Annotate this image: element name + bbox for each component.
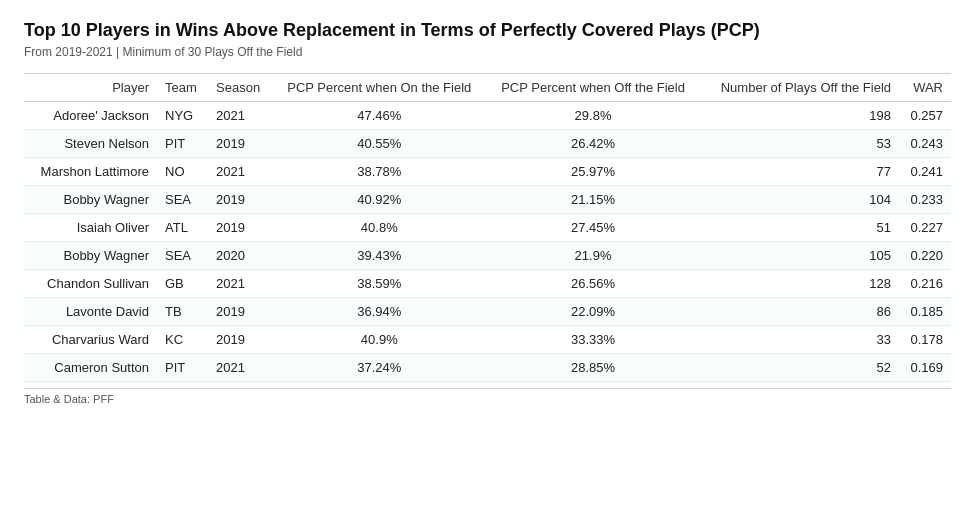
table-row: Steven NelsonPIT201940.55%26.42%530.243 (24, 130, 951, 158)
table-cell: 47.46% (272, 102, 486, 130)
table-cell: 40.9% (272, 326, 486, 354)
table-cell: 77 (700, 158, 899, 186)
table-cell: Marshon Lattimore (24, 158, 157, 186)
table-row: Lavonte DavidTB201936.94%22.09%860.185 (24, 298, 951, 326)
table-cell: 27.45% (486, 214, 700, 242)
table-cell: 28.85% (486, 354, 700, 382)
table-cell: 0.220 (899, 242, 951, 270)
table-cell: NYG (157, 102, 208, 130)
table-cell: 0.243 (899, 130, 951, 158)
table-cell: 86 (700, 298, 899, 326)
table-cell: 2021 (208, 354, 272, 382)
table-cell: NO (157, 158, 208, 186)
table-cell: 198 (700, 102, 899, 130)
table-cell: 33 (700, 326, 899, 354)
table-cell: 38.78% (272, 158, 486, 186)
table-row: Charvarius WardKC201940.9%33.33%330.178 (24, 326, 951, 354)
table-row: Bobby WagnerSEA201940.92%21.15%1040.233 (24, 186, 951, 214)
table-cell: SEA (157, 186, 208, 214)
table-cell: TB (157, 298, 208, 326)
table-cell: 25.97% (486, 158, 700, 186)
table-cell: SEA (157, 242, 208, 270)
col-header-war: WAR (899, 74, 951, 102)
table-cell: 37.24% (272, 354, 486, 382)
table-cell: 38.59% (272, 270, 486, 298)
table-cell: 0.233 (899, 186, 951, 214)
table-cell: 22.09% (486, 298, 700, 326)
table-cell: 33.33% (486, 326, 700, 354)
table-cell: 26.56% (486, 270, 700, 298)
table-cell: Cameron Sutton (24, 354, 157, 382)
table-cell: 2019 (208, 326, 272, 354)
col-header-pcp-on: PCP Percent when On the Field (272, 74, 486, 102)
table-cell: 26.42% (486, 130, 700, 158)
table-cell: Isaiah Oliver (24, 214, 157, 242)
table-cell: 2019 (208, 298, 272, 326)
table-cell: 2021 (208, 270, 272, 298)
table-row: Chandon SullivanGB202138.59%26.56%1280.2… (24, 270, 951, 298)
table-cell: 0.241 (899, 158, 951, 186)
table-cell: 0.178 (899, 326, 951, 354)
col-header-plays: Number of Plays Off the Field (700, 74, 899, 102)
table-row: Bobby WagnerSEA202039.43%21.9%1050.220 (24, 242, 951, 270)
table-cell: 0.227 (899, 214, 951, 242)
table-cell: 0.257 (899, 102, 951, 130)
table-row: Cameron SuttonPIT202137.24%28.85%520.169 (24, 354, 951, 382)
table-cell: 36.94% (272, 298, 486, 326)
table-row: Isaiah OliverATL201940.8%27.45%510.227 (24, 214, 951, 242)
table-cell: Lavonte David (24, 298, 157, 326)
table-cell: 29.8% (486, 102, 700, 130)
table-row: Marshon LattimoreNO202138.78%25.97%770.2… (24, 158, 951, 186)
table-cell: 52 (700, 354, 899, 382)
table-cell: PIT (157, 130, 208, 158)
table-cell: 128 (700, 270, 899, 298)
col-header-player: Player (24, 74, 157, 102)
table-cell: PIT (157, 354, 208, 382)
table-cell: 2021 (208, 102, 272, 130)
col-header-team: Team (157, 74, 208, 102)
col-header-pcp-off: PCP Percent when Off the Field (486, 74, 700, 102)
table-cell: GB (157, 270, 208, 298)
table-header-row: Player Team Season PCP Percent when On t… (24, 74, 951, 102)
table-cell: KC (157, 326, 208, 354)
table-cell: Charvarius Ward (24, 326, 157, 354)
table-cell: ATL (157, 214, 208, 242)
table-cell: 53 (700, 130, 899, 158)
table-cell: Steven Nelson (24, 130, 157, 158)
table-cell: 0.169 (899, 354, 951, 382)
table-cell: 40.55% (272, 130, 486, 158)
table-cell: 39.43% (272, 242, 486, 270)
page-title: Top 10 Players in Wins Above Replacement… (24, 20, 951, 41)
table-cell: 40.8% (272, 214, 486, 242)
table-cell: Bobby Wagner (24, 242, 157, 270)
table-cell: Bobby Wagner (24, 186, 157, 214)
table-cell: 0.185 (899, 298, 951, 326)
table-cell: 40.92% (272, 186, 486, 214)
table-row: Adoree' JacksonNYG202147.46%29.8%1980.25… (24, 102, 951, 130)
table-cell: 2019 (208, 186, 272, 214)
table-cell: 2019 (208, 130, 272, 158)
table-cell: 2019 (208, 214, 272, 242)
table-cell: 2021 (208, 158, 272, 186)
table-cell: 104 (700, 186, 899, 214)
footer-attribution: Table & Data: PFF (24, 388, 951, 405)
col-header-season: Season (208, 74, 272, 102)
table-cell: Adoree' Jackson (24, 102, 157, 130)
table-cell: 2020 (208, 242, 272, 270)
table-cell: 105 (700, 242, 899, 270)
table-cell: 0.216 (899, 270, 951, 298)
table-cell: Chandon Sullivan (24, 270, 157, 298)
subtitle: From 2019-2021 | Minimum of 30 Plays Off… (24, 45, 951, 59)
table-cell: 51 (700, 214, 899, 242)
table-cell: 21.9% (486, 242, 700, 270)
stats-table: Player Team Season PCP Percent when On t… (24, 73, 951, 382)
table-cell: 21.15% (486, 186, 700, 214)
